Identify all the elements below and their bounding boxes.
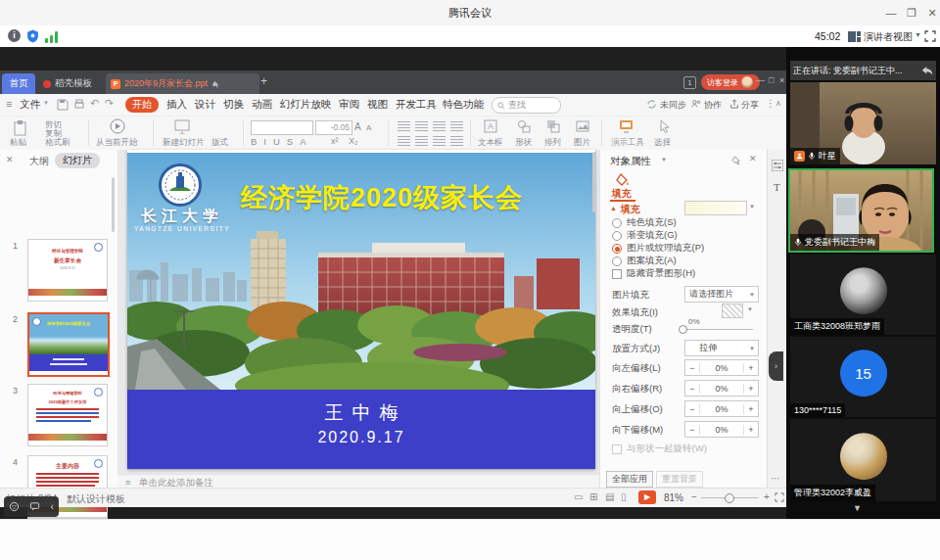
more-menu-icon[interactable]: ⋮ [766, 98, 776, 109]
notes-view-icon[interactable]: ▯ [621, 491, 627, 502]
menu-insert[interactable]: 插入 [166, 98, 187, 112]
radio-picture-fill[interactable] [612, 244, 622, 254]
format-painter-button[interactable]: 格式刷 [45, 137, 70, 149]
smiley-icon[interactable] [9, 501, 20, 512]
security-shield-icon[interactable] [26, 29, 39, 43]
offset-right-stepper[interactable]: − 0% + [684, 380, 759, 397]
radio-pattern-fill[interactable] [612, 257, 622, 266]
redo-icon[interactable]: ↷ [105, 97, 114, 110]
close-panel-icon[interactable]: ✕ [749, 154, 757, 163]
panel-expand-tab[interactable]: › [769, 351, 783, 381]
slide-sorter-icon[interactable]: ⊞ [589, 491, 597, 502]
fill-section-header[interactable]: 填充 [621, 203, 640, 216]
close-panel-icon[interactable]: ✕ [6, 155, 14, 164]
slideshow-play-button[interactable]: ▶ [638, 490, 656, 504]
font-grow-icon[interactable]: A [354, 121, 361, 132]
minimize-icon[interactable]: — [882, 0, 900, 25]
menu-start[interactable]: 开始 [125, 97, 159, 113]
paste-icon[interactable] [14, 120, 28, 136]
pin-icon[interactable] [212, 80, 219, 88]
menu-review[interactable]: 审阅 [339, 98, 359, 112]
slide-thumbnail-3[interactable]: 经济与管理学院 2020级新生工作安排 [27, 384, 108, 446]
picture-fill-select[interactable]: 请选择图片 ▼ [684, 286, 759, 303]
menu-transition[interactable]: 切换 [223, 98, 244, 112]
menu-design[interactable]: 设计 [195, 98, 215, 112]
view-mode-select[interactable]: 演讲者视图 [864, 30, 913, 44]
share-button[interactable]: 分享 [741, 99, 759, 112]
layout-view-icon[interactable] [848, 31, 861, 42]
align-justify-icon[interactable] [450, 121, 463, 131]
bullet-list-icon[interactable] [398, 136, 410, 146]
apply-all-button[interactable]: 全部应用 [606, 471, 653, 488]
slider-knob[interactable] [679, 325, 687, 334]
menu-features[interactable]: 特色功能 [443, 98, 484, 112]
checkbox-hide-background[interactable] [612, 269, 622, 279]
zoom-slider-knob[interactable] [725, 493, 734, 503]
sync-status[interactable]: 未同步 [660, 99, 686, 112]
align-center-icon[interactable] [415, 121, 428, 131]
align-right-icon[interactable] [433, 121, 446, 131]
fill-color-swatch[interactable] [684, 201, 747, 215]
select-button[interactable]: 选择 [654, 137, 671, 149]
menu-devtools[interactable]: 开发工具 [396, 98, 437, 112]
restore-icon[interactable]: ❐ [903, 0, 920, 25]
indent-icon[interactable] [433, 136, 446, 146]
font-size-input[interactable]: -0.05 [315, 120, 352, 135]
window-manage-icon[interactable]: 1 [683, 76, 696, 89]
participant-tile[interactable]: 工商类32008班郑梦雨 [790, 255, 936, 335]
collapse-arrow-icon[interactable]: ‹ [51, 501, 54, 512]
canvas-scrollbar[interactable] [592, 152, 596, 212]
chevron-down-icon[interactable]: ▼ [749, 204, 755, 210]
superscript-icon[interactable]: x² [331, 136, 339, 146]
more-tools-icon[interactable]: ⋯ [771, 473, 780, 484]
play-from-current-button[interactable]: 从当前开始 [96, 137, 138, 149]
menu-view[interactable]: 视图 [367, 98, 388, 112]
layout-button[interactable]: 版式 [212, 137, 228, 149]
properties-tool-icon[interactable] [772, 160, 783, 171]
save-icon[interactable] [57, 99, 69, 111]
chevron-down-icon[interactable]: ▼ [747, 306, 753, 312]
zoom-in-icon[interactable]: + [764, 491, 770, 502]
normal-view-icon[interactable]: ▭ [574, 491, 583, 502]
collaborate-button[interactable]: 协作 [704, 99, 722, 112]
offset-down-stepper[interactable]: − 0% + [684, 421, 759, 438]
info-icon[interactable]: i [8, 29, 21, 42]
slide-thumbnail-1[interactable]: 经济与管理学院 新生家长会 2020.9.17 [27, 239, 108, 302]
reply-arrow-icon[interactable] [921, 66, 933, 75]
fit-window-icon[interactable] [775, 492, 784, 502]
slide-thumbnail-2-selected[interactable]: 经济学院2020级家长会 [27, 312, 110, 377]
panel-scrollbar[interactable] [112, 177, 115, 232]
line-spacing-icon[interactable] [450, 136, 463, 146]
radio-solid-fill[interactable] [612, 218, 622, 228]
tab-document[interactable]: P 2020年9月家长会.ppt [106, 73, 259, 94]
text-tool-icon[interactable]: T [774, 181, 780, 193]
menu-file[interactable]: 文件 [20, 98, 40, 112]
notes-bar[interactable]: ≡ 单击此处添加备注 [118, 474, 599, 489]
font-style-buttons[interactable]: BIUSA [251, 136, 313, 147]
checkbox-rotate-with-shape[interactable] [612, 444, 622, 454]
wps-restore-icon[interactable]: □ [769, 75, 774, 85]
collapse-ribbon-icon[interactable]: ∧ [776, 99, 781, 108]
zoom-out-icon[interactable]: − [691, 491, 697, 502]
font-name-input[interactable] [251, 120, 313, 135]
textbox-button[interactable]: 文本框 [478, 137, 503, 149]
current-slide[interactable]: 经济学院2020级家长会 长江大学 YANGTZE UNIVERSITY 王中梅… [127, 150, 595, 469]
align-left-icon[interactable] [398, 121, 410, 131]
paste-button[interactable]: 粘贴 [10, 137, 26, 149]
hamburger-icon[interactable]: ≡ [6, 98, 12, 110]
transparency-slider[interactable] [681, 329, 753, 330]
print-icon[interactable] [73, 99, 85, 111]
new-tab-button[interactable]: + [260, 74, 267, 88]
close-icon[interactable]: ✕ [923, 0, 940, 25]
chat-bubble-icon[interactable] [29, 501, 40, 512]
reading-view-icon[interactable]: ▤ [605, 491, 614, 502]
placement-select[interactable]: 拉伸 ▼ [684, 340, 759, 356]
picture-button[interactable]: 图片 [574, 137, 590, 149]
scroll-down-icon[interactable]: ▼ [853, 503, 862, 513]
fill-tab[interactable]: 填充 [612, 187, 632, 201]
offset-up-stepper[interactable]: − 0% + [684, 400, 759, 417]
offset-left-stepper[interactable]: − 0% + [684, 359, 759, 376]
menu-slideshow[interactable]: 幻灯片放映 [280, 98, 332, 112]
radio-gradient-fill[interactable] [612, 231, 622, 241]
participant-tile[interactable]: 15 130****7115 [790, 337, 936, 417]
